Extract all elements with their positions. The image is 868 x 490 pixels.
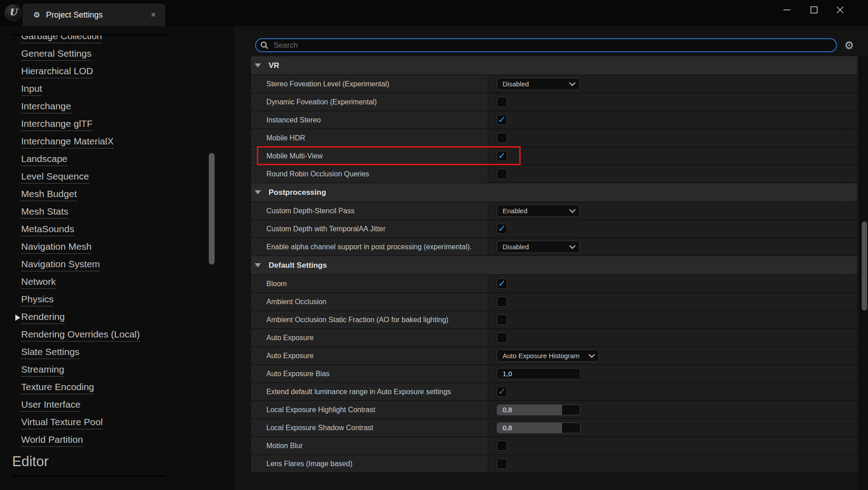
sidebar-item-interchange-materialx[interactable]: Interchange MaterialX (0, 133, 207, 151)
section-title: VR (269, 61, 279, 70)
tab-title: Project Settings (46, 10, 103, 20)
setting-label: Auto Exposure (251, 347, 488, 364)
minimize-icon (782, 4, 792, 15)
settings-sidebar: Garbage CollectionGeneral SettingsHierar… (0, 26, 235, 490)
settings-gear-button[interactable]: ⚙ (842, 39, 856, 52)
main-scrollbar-thumb[interactable] (862, 221, 867, 310)
sidebar-item-navigation-mesh[interactable]: Navigation Mesh (0, 238, 207, 256)
sidebar-item-network[interactable]: Network (0, 274, 207, 291)
section-header-postprocessing[interactable]: Postprocessing (251, 183, 857, 202)
dropdown[interactable]: Disabled (497, 78, 580, 90)
sidebar-item-hierarchical-lod[interactable]: Hierarchical LOD (0, 63, 207, 81)
project-settings-tab[interactable]: ⚙ Project Settings ✕ (22, 4, 165, 26)
sidebar-scrollbar-thumb[interactable] (209, 153, 215, 265)
sidebar-item-slate-settings[interactable]: Slate Settings (0, 344, 207, 361)
dropdown-value: Enabled (503, 207, 527, 215)
checkbox[interactable] (497, 169, 507, 179)
text-input[interactable]: 1,0 (497, 368, 580, 379)
setting-label: Stereo Foveation Level (Experimental) (251, 75, 488, 93)
section-title: Default Settings (269, 261, 327, 270)
search-input[interactable] (273, 40, 814, 50)
sidebar-item-label: World Partition (21, 434, 83, 447)
setting-value-cell (488, 129, 857, 147)
setting-row-local-exposure-shadow-contrast: Local Exposure Shadow Contrast0,8 (251, 419, 857, 437)
sidebar-item-general-settings[interactable]: General Settings (0, 45, 207, 63)
dropdown-value: Disabled (503, 243, 529, 251)
sidebar-item-mesh-stats[interactable]: Mesh Stats (0, 203, 207, 221)
sidebar-item-label: Rendering (21, 311, 65, 324)
setting-label: Mobile Multi-View (251, 147, 488, 165)
setting-row-mobile-multi-view: Mobile Multi-View✓ (251, 147, 857, 165)
tab-close-icon[interactable]: ✕ (150, 11, 156, 19)
sidebar-divider-top (13, 34, 166, 36)
sidebar-item-physics[interactable]: Physics (0, 291, 207, 309)
setting-label: Motion Blur (251, 437, 488, 454)
checkmark-icon: ✓ (498, 151, 506, 160)
settings-table: VRStereo Foveation Level (Experimental)D… (251, 56, 857, 473)
slider-input[interactable]: 0,8 (497, 405, 580, 415)
sidebar-item-metasounds[interactable]: MetaSounds (0, 221, 207, 238)
setting-value-cell: 0,8 (488, 401, 857, 418)
setting-row-auto-exposure: Auto Exposure (251, 329, 857, 347)
checkbox[interactable]: ✓ (497, 151, 507, 161)
checkbox[interactable] (497, 297, 507, 307)
checkbox[interactable] (497, 315, 507, 325)
sidebar-item-user-interface[interactable]: User Interface (0, 396, 207, 414)
maximize-button[interactable] (804, 0, 824, 20)
sidebar-item-label: Mesh Budget (21, 189, 77, 201)
checkbox[interactable]: ✓ (497, 279, 507, 289)
sidebar-item-landscape[interactable]: Landscape (0, 151, 207, 168)
collapse-arrow-icon (255, 63, 261, 67)
sidebar-item-streaming[interactable]: Streaming (0, 361, 207, 379)
sidebar-item-label: Virtual Texture Pool (21, 417, 103, 429)
section-header-vr[interactable]: VR (251, 56, 857, 75)
sidebar-item-texture-encoding[interactable]: Texture Encoding (0, 379, 207, 396)
checkbox[interactable] (497, 97, 507, 107)
checkmark-icon: ✓ (498, 279, 506, 288)
sidebar-category-list: Garbage CollectionGeneral SettingsHierar… (0, 28, 207, 449)
dropdown[interactable]: Disabled (497, 241, 580, 253)
close-button[interactable] (830, 0, 850, 20)
setting-value-cell: ✓ (488, 147, 857, 165)
setting-label: Round Robin Occlusion Queries (251, 165, 488, 183)
sidebar-item-virtual-texture-pool[interactable]: Virtual Texture Pool (0, 414, 207, 432)
title-bar: U ⚙ Project Settings ✕ (0, 0, 868, 26)
slider-input[interactable]: 0,8 (497, 423, 580, 433)
sidebar-item-rendering[interactable]: Rendering (0, 309, 207, 326)
setting-value-cell: Disabled (488, 75, 857, 93)
checkbox[interactable] (497, 333, 507, 343)
checkbox[interactable]: ✓ (497, 224, 507, 234)
chevron-down-icon (569, 243, 576, 249)
sidebar-item-input[interactable]: Input (0, 81, 207, 98)
checkbox[interactable]: ✓ (497, 387, 507, 397)
dropdown[interactable]: Auto Exposure Histogram (497, 350, 599, 362)
checkbox[interactable] (497, 441, 507, 451)
setting-value-cell (488, 455, 857, 472)
checkbox[interactable] (497, 459, 507, 469)
text-input-value: 1,0 (503, 370, 512, 378)
sidebar-item-interchange[interactable]: Interchange (0, 98, 207, 116)
sidebar-item-label: Rendering Overrides (Local) (21, 329, 140, 342)
dropdown[interactable]: Enabled (497, 205, 580, 217)
sidebar-footer-heading: Editor (12, 454, 49, 470)
sidebar-item-rendering-overrides-local[interactable]: Rendering Overrides (Local) (0, 326, 207, 344)
sidebar-item-world-partition[interactable]: World Partition (0, 432, 207, 449)
search-bar[interactable] (255, 38, 837, 52)
sidebar-item-mesh-budget[interactable]: Mesh Budget (0, 186, 207, 203)
search-icon (260, 41, 269, 50)
sidebar-item-level-sequence[interactable]: Level Sequence (0, 168, 207, 186)
main-scrollbar[interactable] (860, 56, 868, 490)
setting-label: Local Exposure Highlight Contrast (251, 401, 488, 418)
minimize-button[interactable] (777, 0, 797, 20)
setting-value-cell (488, 311, 857, 328)
sidebar-item-interchange-gltf[interactable]: Interchange glTF (0, 116, 207, 133)
section-header-default-settings[interactable]: Default Settings (251, 256, 857, 275)
setting-label: Bloom (251, 275, 488, 292)
setting-value-cell: 1,0 (488, 365, 857, 382)
sidebar-item-label: Interchange glTF (21, 118, 93, 131)
setting-value-cell: ✓ (488, 383, 857, 400)
checkmark-icon: ✓ (498, 387, 506, 396)
checkbox[interactable]: ✓ (497, 115, 507, 125)
checkbox[interactable] (497, 133, 507, 143)
sidebar-item-navigation-system[interactable]: Navigation System (0, 256, 207, 274)
